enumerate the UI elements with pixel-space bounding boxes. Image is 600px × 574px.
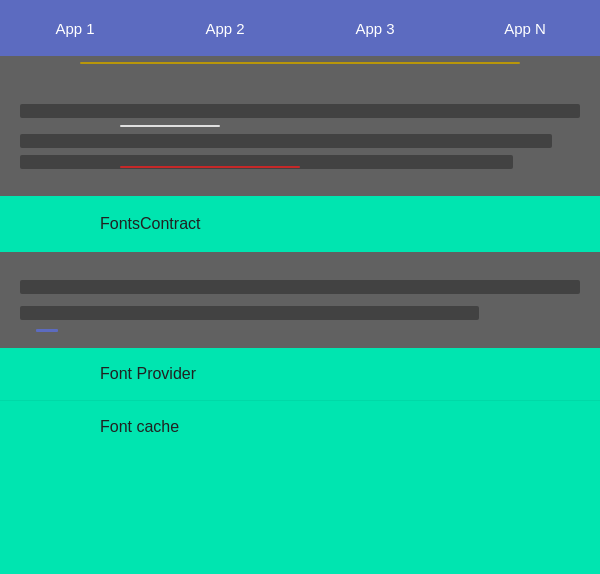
fonts-contract-label: FontsContract <box>100 215 200 233</box>
main-container: App 1 App 2 App 3 App N FontsContract <box>0 0 600 574</box>
app-tab-bar: App 1 App 2 App 3 App N <box>0 0 600 56</box>
font-cache-section: Font cache <box>0 400 600 452</box>
app-tab-3[interactable]: App 3 <box>300 20 450 37</box>
font-provider-section: Font Provider <box>0 348 600 400</box>
font-cache-label: Font cache <box>100 418 179 436</box>
red-line <box>120 166 300 168</box>
bottom-teal-section <box>0 452 600 574</box>
app-tab-n[interactable]: App N <box>450 20 600 37</box>
gray-section-2 <box>0 252 600 348</box>
yellow-line <box>80 62 520 64</box>
app-tab-2[interactable]: App 2 <box>150 20 300 37</box>
dark-bar-1 <box>20 104 580 118</box>
fonts-contract-section: FontsContract <box>0 196 600 252</box>
white-line <box>120 125 220 127</box>
content-bars <box>20 97 580 176</box>
white-line-row <box>20 125 580 127</box>
dark-bar-2 <box>20 134 552 148</box>
font-provider-label: Font Provider <box>100 365 196 383</box>
blue-indicator <box>36 329 58 332</box>
app-tab-1[interactable]: App 1 <box>0 20 150 37</box>
gray2-bar-2 <box>20 306 479 320</box>
gray-section-1 <box>0 56 600 196</box>
gray2-bar-1 <box>20 280 580 294</box>
